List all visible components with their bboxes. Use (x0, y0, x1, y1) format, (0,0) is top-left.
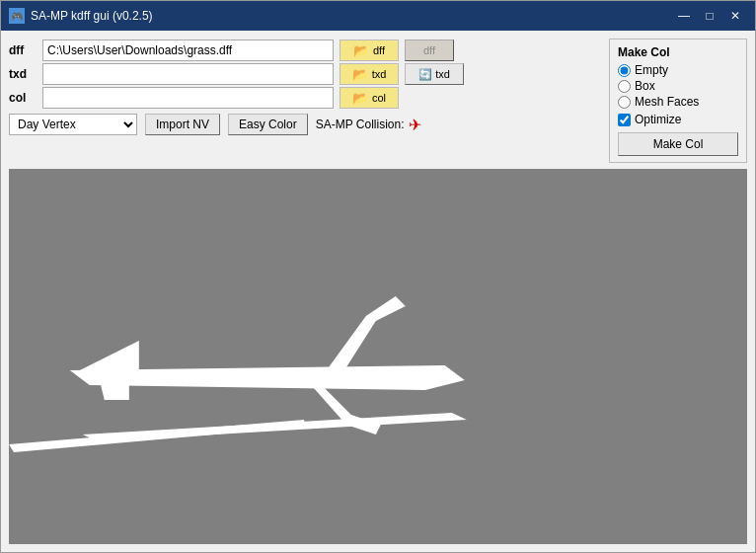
txd-open-label: txd (372, 68, 387, 80)
controls-container: dff 📂 dff dff txd 📂 txd (9, 39, 747, 163)
viewport-canvas (9, 169, 747, 544)
controls-left: dff 📂 dff dff txd 📂 txd (9, 39, 609, 163)
col-row: col 📂 col (9, 86, 609, 110)
vertex-dropdown[interactable]: Day Vertex Night Vertex No Vertex (9, 114, 137, 135)
optimize-checkbox-label[interactable]: Optimize (618, 113, 738, 126)
title-bar-controls: — □ ✕ (672, 6, 747, 26)
radio-box-label: Box (635, 79, 655, 93)
make-col-radio-group: Empty Box Mesh Faces (618, 63, 738, 109)
dff-open-button[interactable]: 📂 dff (340, 40, 399, 61)
dff-save-label: dff (423, 44, 435, 56)
dff-open-label: dff (373, 44, 385, 56)
optimize-checkbox[interactable] (618, 114, 631, 126)
txd-refresh-label: txd (435, 68, 450, 80)
title-bar-left: 🎮 SA-MP kdff gui (v0.2.5) (9, 8, 153, 24)
bottom-row: Day Vertex Night Vertex No Vertex Import… (9, 114, 609, 135)
radio-empty-label: Empty (635, 63, 668, 77)
dff-label: dff (9, 43, 37, 57)
folder-icon: 📂 (353, 43, 369, 58)
samp-collision-icon: ✈ (409, 116, 421, 134)
col-input[interactable] (42, 87, 334, 109)
easy-color-button[interactable]: Easy Color (228, 114, 308, 135)
app-icon: 🎮 (9, 8, 25, 24)
make-col-title: Make Col (618, 45, 738, 59)
col-open-button[interactable]: 📂 col (340, 87, 399, 109)
window-title: SA-MP kdff gui (v0.2.5) (31, 9, 153, 23)
radio-box-input[interactable] (618, 80, 631, 93)
radio-empty[interactable]: Empty (618, 63, 738, 77)
txd-refresh-button[interactable]: 🔄 txd (405, 63, 464, 85)
maximize-button[interactable]: □ (698, 6, 721, 26)
make-col-box: Make Col Empty Box Mesh Faces (609, 39, 747, 163)
radio-empty-input[interactable] (618, 64, 631, 77)
close-button[interactable]: ✕ (723, 6, 747, 26)
col-label: col (9, 91, 37, 105)
folder-icon-3: 📂 (352, 91, 368, 106)
main-window: 🎮 SA-MP kdff gui (v0.2.5) — □ ✕ dff 📂 df… (0, 0, 756, 553)
samp-collision-label: SA-MP Collision: (316, 118, 405, 131)
dff-save-button[interactable]: dff (405, 40, 454, 61)
txd-label: txd (9, 67, 37, 81)
txd-open-button[interactable]: 📂 txd (340, 63, 399, 85)
radio-mesh-faces-input[interactable] (618, 96, 631, 109)
title-bar: 🎮 SA-MP kdff gui (v0.2.5) — □ ✕ (1, 1, 755, 31)
radio-mesh-faces-label: Mesh Faces (635, 95, 699, 109)
make-col-button[interactable]: Make Col (618, 132, 738, 156)
main-content: dff 📂 dff dff txd 📂 txd (1, 31, 755, 552)
refresh-icon: 🔄 (418, 68, 432, 81)
import-nv-button[interactable]: Import NV (145, 114, 220, 135)
col-open-label: col (372, 92, 386, 104)
dff-row: dff 📂 dff dff (9, 39, 609, 62)
folder-icon-2: 📂 (352, 67, 368, 82)
optimize-label: Optimize (635, 113, 681, 126)
right-panel: Make Col Empty Box Mesh Faces (609, 39, 747, 163)
txd-input[interactable] (42, 63, 334, 85)
samp-collision: SA-MP Collision: ✈ (316, 116, 421, 134)
3d-viewport (9, 169, 747, 544)
radio-mesh-faces[interactable]: Mesh Faces (618, 95, 738, 109)
minimize-button[interactable]: — (672, 6, 696, 26)
dff-input[interactable] (42, 40, 334, 61)
txd-row: txd 📂 txd 🔄 txd (9, 62, 609, 86)
radio-box[interactable]: Box (618, 79, 738, 93)
